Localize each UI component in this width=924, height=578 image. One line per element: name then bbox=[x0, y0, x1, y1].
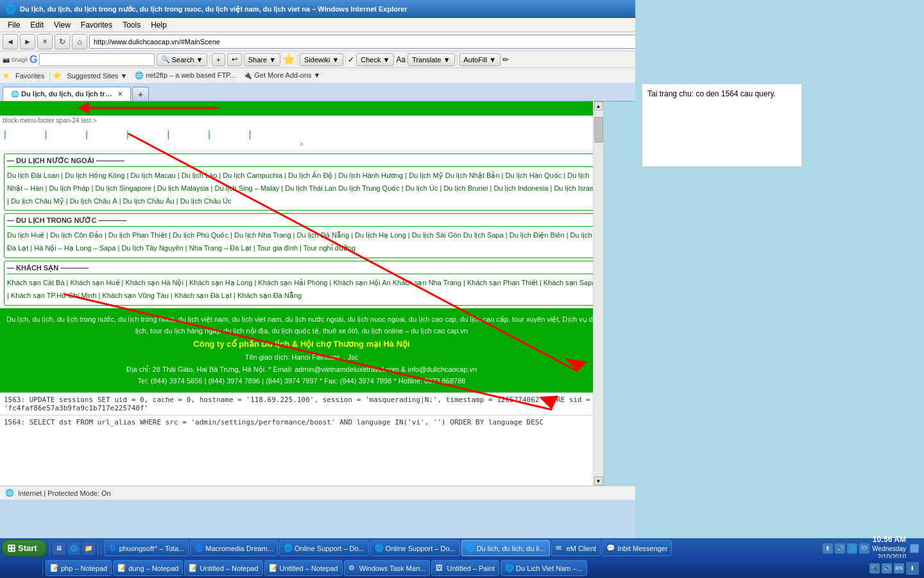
refresh-button[interactable]: ↻ bbox=[55, 34, 70, 49]
link-phap[interactable]: Du lịch Pháp bbox=[49, 184, 90, 192]
menu-edit[interactable]: Edit bbox=[25, 19, 49, 31]
link-sing-malay[interactable]: Du lịch Sing – Malay bbox=[214, 184, 279, 192]
link-macau[interactable]: Du lịch Macau bbox=[130, 171, 175, 179]
link-hue[interactable]: Du lịch Huế bbox=[7, 231, 44, 239]
task-untitled-notepad-1[interactable]: 📝 Untitled – Notepad bbox=[184, 560, 262, 576]
link-chau-uc[interactable]: Du lịch Châu Úc bbox=[180, 197, 232, 205]
link-han-quoc[interactable]: Du lịch Hàn Quốc bbox=[506, 171, 562, 179]
link-ks-ha-long[interactable]: Khách sạn Hạ Long bbox=[189, 279, 252, 286]
link-ks-vung-tau[interactable]: Khách sạn Vũng Tàu bbox=[102, 292, 168, 299]
menu-tools[interactable]: Tools bbox=[117, 19, 146, 31]
task-online-support-1[interactable]: 🌐 Online Support – Do... bbox=[279, 540, 369, 556]
link-nha-trang-da-lat[interactable]: Nha Trang – Đà Lạt bbox=[189, 244, 252, 252]
link-da-nang[interactable]: Du lịch Đà Nẵng bbox=[297, 231, 350, 239]
task-em-client[interactable]: ✉ eM Client bbox=[551, 540, 601, 556]
task-dung-notepad[interactable]: 📝 dung – Notepad bbox=[113, 560, 183, 576]
scroll-thumb[interactable] bbox=[594, 117, 603, 143]
get-addons-link[interactable]: 🔌 Get More Add-ons ▼ bbox=[241, 70, 323, 81]
tray-icon-2[interactable]: 🔊 bbox=[835, 543, 845, 554]
scroll-up-button[interactable]: ▲ bbox=[594, 101, 603, 110]
back-button[interactable]: ◄ bbox=[3, 34, 18, 49]
link-brunei[interactable]: Du lịch Brunei bbox=[443, 184, 488, 192]
link-phan-thiet[interactable]: Du lịch Phan Thiết bbox=[108, 231, 167, 239]
tray-volume-icon[interactable]: 🔊 bbox=[882, 563, 892, 574]
link-nhat-ban[interactable]: Du lịch Nhật Bản bbox=[445, 171, 500, 179]
link-my[interactable]: Du lịch Mỹ bbox=[409, 171, 443, 179]
link-chau-a[interactable]: Du lịch Châu Á bbox=[70, 197, 117, 205]
translate-button[interactable]: Translate ▼ bbox=[407, 53, 454, 66]
link-chau-au[interactable]: Du lịch Châu Âu bbox=[123, 197, 175, 205]
link-ks-da-nang[interactable]: Khách sạn Đà Nẵng bbox=[237, 292, 302, 299]
favorites-button[interactable]: Favorites bbox=[13, 71, 47, 81]
link-an-do[interactable]: Du lịch Ấn Độ bbox=[288, 171, 332, 179]
link-hanh-huong[interactable]: Du lịch Hành Hương bbox=[338, 171, 403, 179]
active-tab[interactable]: 🌐 Du lịch, du lịch, du lịch trong nước, … bbox=[3, 87, 131, 101]
link-con-dao[interactable]: Du lịch Côn Đảo bbox=[50, 231, 103, 239]
link-hong-kong[interactable]: Du lịch Hồng Kông bbox=[65, 171, 124, 179]
link-chau-my[interactable]: Du lịch Châu Mỹ bbox=[11, 197, 64, 205]
task-php-notepad[interactable]: 📝 php – Notepad bbox=[46, 560, 112, 576]
link-hanoi-halong-sapa[interactable]: Hà Nội – Hạ Long – Sapa bbox=[34, 244, 116, 252]
link-malaysia[interactable]: Du lịch Malaysia bbox=[157, 184, 209, 192]
link-phu-quoc[interactable]: Du lịch Phú Quốc bbox=[173, 231, 228, 239]
task-macromedia[interactable]: 🌀 Macromedia Dream... bbox=[190, 540, 278, 556]
add-icon-button[interactable]: + bbox=[212, 53, 225, 66]
tray-download-icon[interactable]: ⬇ bbox=[906, 562, 919, 575]
link-trung-quoc[interactable]: Du lịch Trung Quốc bbox=[338, 184, 400, 192]
share-button[interactable]: Share ▼ bbox=[244, 53, 280, 66]
link-sai-gon[interactable]: Du lịch Sài Gòn bbox=[412, 231, 461, 239]
stop-button[interactable]: ✕ bbox=[37, 34, 53, 49]
link-israel[interactable]: Du lịch Israel bbox=[554, 184, 595, 192]
link-tay-nguyen[interactable]: Du lịch Tây Nguyên bbox=[121, 244, 183, 252]
link-dien-bien[interactable]: Du lịch Điện Biên bbox=[509, 231, 565, 239]
tray-lang-icon[interactable]: EN bbox=[894, 563, 904, 574]
link-dai-loan[interactable]: Du lịch Đài Loan bbox=[7, 171, 59, 179]
back-icon-button[interactable]: ↩ bbox=[227, 53, 242, 66]
task-untitled-paint[interactable]: 🖼 Untitled – Paint bbox=[431, 560, 499, 576]
task-inbit[interactable]: 💬 Inbit Messenger bbox=[602, 540, 672, 556]
link-singapore[interactable]: Du lịch Singapore bbox=[95, 184, 151, 192]
suggested-sites-link[interactable]: Suggested Sites ▼ bbox=[64, 71, 130, 81]
show-desktop-button[interactable]: 🖥 bbox=[53, 542, 65, 555]
ie-quick-launch[interactable]: 🌐 bbox=[67, 542, 80, 555]
link-ks-hoi-an[interactable]: Khách sạn Hội An bbox=[333, 279, 390, 286]
vertical-scrollbar[interactable]: ▲ ▼ bbox=[593, 101, 603, 486]
task-du-lich-viet-nam[interactable]: 🌐 Du Lich Viet Nam –... bbox=[501, 560, 587, 576]
new-tab-button[interactable]: + bbox=[132, 87, 149, 101]
antivirus-icon[interactable]: 🛡 bbox=[859, 543, 869, 554]
menu-help[interactable]: Help bbox=[146, 19, 172, 31]
link-ks-hcm[interactable]: Khách sạn TP.Hồ Chí Minh bbox=[11, 292, 96, 299]
start-button[interactable]: ⊞ Start bbox=[1, 539, 47, 557]
forward-button[interactable]: ► bbox=[20, 34, 35, 49]
link-ks-hai-phong[interactable]: Khách sạn Hải Phòng bbox=[258, 279, 327, 286]
net2ftp-link[interactable]: 🌐 net2ftp – a web based FTP... bbox=[132, 70, 238, 81]
link-uc[interactable]: Du lịch Úc bbox=[406, 184, 438, 192]
link-lao[interactable]: Du lịch Lào bbox=[182, 171, 218, 179]
menu-view[interactable]: View bbox=[49, 19, 76, 31]
link-ks-hue[interactable]: Khách sạn Huế bbox=[71, 279, 120, 286]
link-ks-nha-trang[interactable]: Khách sạn Nha Trang bbox=[393, 279, 461, 286]
link-ks-da-lat[interactable]: Khách sạn Đà Lạt bbox=[175, 292, 232, 299]
scroll-down-button[interactable]: ▼ bbox=[594, 477, 603, 486]
link-thai-lan[interactable]: Du lịch Thái Lan bbox=[285, 184, 336, 192]
tray-icon-1[interactable]: ⬆ bbox=[823, 543, 833, 554]
home-button[interactable]: ⌂ bbox=[72, 34, 87, 49]
task-du-lich[interactable]: 🌐 Du lich, du lich, du li... bbox=[461, 540, 550, 556]
sidewiki-button[interactable]: Sidewiki ▼ bbox=[300, 53, 343, 66]
link-ks-cat-ba[interactable]: Khách sạn Cát Bà bbox=[7, 279, 65, 286]
link-ha-long[interactable]: Du lịch Hạ Long bbox=[355, 231, 406, 239]
snagit-icon[interactable]: 📷 Snagit bbox=[3, 57, 28, 63]
link-indonesia[interactable]: Du lịch Indonesia bbox=[493, 184, 548, 192]
link-tour-gia-dinh[interactable]: Tour gia đình bbox=[257, 244, 298, 252]
task-untitled-notepad-2[interactable]: 📝 Untitled – Notepad bbox=[264, 560, 343, 576]
folder-quick-launch[interactable]: 📁 bbox=[82, 542, 95, 555]
tab-close-button[interactable]: ✕ bbox=[117, 91, 123, 98]
link-ks-ha-noi[interactable]: Khách sạn Hà Nội bbox=[126, 279, 184, 286]
show-desktop-side-button[interactable] bbox=[910, 544, 919, 553]
tray-network-icon[interactable]: 🔌 bbox=[869, 563, 880, 574]
task-windows-task-manager[interactable]: ⚙ Windows Task Man... bbox=[344, 560, 431, 576]
link-tour-nghi-duong[interactable]: Tour nghỉ dưỡng bbox=[304, 244, 355, 252]
scroll-track[interactable] bbox=[594, 110, 603, 477]
link-ks-sapa[interactable]: Khách sạn Sapa bbox=[543, 279, 596, 286]
task-phuongsoft[interactable]: 🔵 phuongsoft^ – Tota... bbox=[104, 540, 189, 556]
